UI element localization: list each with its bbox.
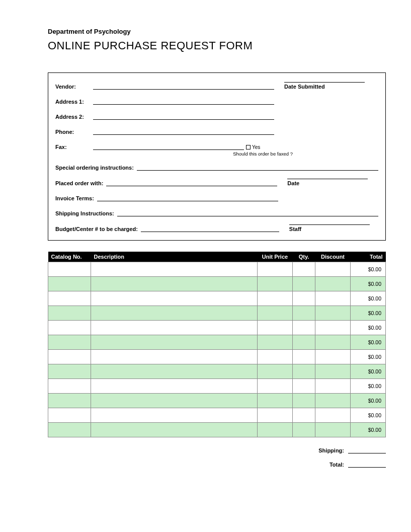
th-discount: Discount — [315, 252, 351, 262]
cell-total: $0.00 — [351, 394, 386, 408]
cell-unit_price[interactable] — [258, 364, 293, 379]
table-row: $0.00 — [48, 394, 386, 408]
cell-qty[interactable] — [293, 423, 315, 437]
placed-order-input[interactable] — [106, 179, 277, 186]
cell-description[interactable] — [91, 423, 258, 437]
cell-catalog[interactable] — [48, 306, 91, 321]
cell-unit_price[interactable] — [258, 379, 293, 394]
cell-description[interactable] — [91, 394, 258, 408]
cell-description[interactable] — [91, 277, 258, 291]
cell-catalog[interactable] — [48, 379, 91, 394]
cell-discount[interactable] — [315, 364, 351, 379]
cell-catalog[interactable] — [48, 321, 91, 335]
cell-unit_price[interactable] — [258, 423, 293, 437]
cell-description[interactable] — [91, 262, 258, 277]
cell-catalog[interactable] — [48, 262, 91, 277]
fax-hint: Should this order be faxed ? — [55, 151, 293, 157]
cell-description[interactable] — [91, 379, 258, 394]
checkbox-icon[interactable] — [246, 145, 251, 149]
cell-qty[interactable] — [293, 379, 315, 394]
address2-input[interactable] — [93, 113, 274, 120]
vendor-label: Vendor: — [55, 84, 93, 90]
cell-discount[interactable] — [315, 423, 351, 437]
fax-label: Fax: — [55, 144, 93, 150]
cell-unit_price[interactable] — [258, 394, 293, 408]
shipping-instructions-input[interactable] — [117, 209, 378, 216]
cell-total: $0.00 — [351, 364, 386, 379]
cell-total: $0.00 — [351, 262, 386, 277]
cell-catalog[interactable] — [48, 408, 91, 423]
cell-qty[interactable] — [293, 262, 315, 277]
cell-total: $0.00 — [351, 408, 386, 423]
cell-catalog[interactable] — [48, 364, 91, 379]
department-heading: Department of Psychology — [48, 28, 386, 35]
cell-qty[interactable] — [293, 350, 315, 364]
fax-input[interactable] — [93, 143, 244, 150]
cell-qty[interactable] — [293, 408, 315, 423]
phone-input[interactable] — [93, 128, 274, 135]
shipping-instructions-label: Shipping Instructions: — [55, 210, 117, 216]
cell-unit_price[interactable] — [258, 262, 293, 277]
cell-qty[interactable] — [293, 321, 315, 335]
table-row: $0.00 — [48, 350, 386, 364]
cell-unit_price[interactable] — [258, 306, 293, 321]
cell-total: $0.00 — [351, 335, 386, 350]
cell-catalog[interactable] — [48, 350, 91, 364]
cell-qty[interactable] — [293, 291, 315, 306]
shipping-value[interactable] — [348, 446, 386, 453]
cell-description[interactable] — [91, 350, 258, 364]
cell-qty[interactable] — [293, 364, 315, 379]
cell-qty[interactable] — [293, 335, 315, 350]
cell-discount[interactable] — [315, 379, 351, 394]
cell-catalog[interactable] — [48, 394, 91, 408]
table-row: $0.00 — [48, 379, 386, 394]
invoice-terms-label: Invoice Terms: — [55, 195, 97, 201]
cell-unit_price[interactable] — [258, 277, 293, 291]
cell-discount[interactable] — [315, 408, 351, 423]
cell-discount[interactable] — [315, 350, 351, 364]
cell-unit_price[interactable] — [258, 335, 293, 350]
cell-unit_price[interactable] — [258, 350, 293, 364]
table-row: $0.00 — [48, 277, 386, 291]
total-value[interactable] — [348, 461, 386, 468]
cell-unit_price[interactable] — [258, 291, 293, 306]
cell-total: $0.00 — [351, 306, 386, 321]
budget-input[interactable] — [141, 225, 279, 232]
cell-total: $0.00 — [351, 277, 386, 291]
table-row: $0.00 — [48, 262, 386, 277]
cell-discount[interactable] — [315, 291, 351, 306]
cell-catalog[interactable] — [48, 277, 91, 291]
cell-discount[interactable] — [315, 306, 351, 321]
date-submitted-label: Date Submitted — [284, 82, 365, 90]
cell-description[interactable] — [91, 321, 258, 335]
vendor-input[interactable] — [93, 83, 274, 90]
phone-label: Phone: — [55, 129, 93, 135]
address1-input[interactable] — [93, 98, 274, 105]
cell-discount[interactable] — [315, 277, 351, 291]
cell-unit_price[interactable] — [258, 408, 293, 423]
cell-unit_price[interactable] — [258, 321, 293, 335]
cell-description[interactable] — [91, 291, 258, 306]
staff-label: Staff — [289, 224, 370, 232]
cell-description[interactable] — [91, 408, 258, 423]
cell-description[interactable] — [91, 335, 258, 350]
cell-catalog[interactable] — [48, 335, 91, 350]
cell-description[interactable] — [91, 306, 258, 321]
placed-order-label: Placed order with: — [55, 180, 106, 186]
special-instructions-input[interactable] — [137, 164, 378, 171]
cell-qty[interactable] — [293, 306, 315, 321]
cell-discount[interactable] — [315, 262, 351, 277]
cell-catalog[interactable] — [48, 423, 91, 437]
table-row: $0.00 — [48, 306, 386, 321]
fax-yes-option[interactable]: Yes — [246, 144, 260, 150]
cell-catalog[interactable] — [48, 291, 91, 306]
address2-label: Address 2: — [55, 114, 93, 120]
invoice-terms-input[interactable] — [97, 194, 278, 201]
cell-discount[interactable] — [315, 335, 351, 350]
cell-discount[interactable] — [315, 321, 351, 335]
cell-discount[interactable] — [315, 394, 351, 408]
cell-qty[interactable] — [293, 394, 315, 408]
th-qty: Qty. — [293, 252, 315, 262]
cell-description[interactable] — [91, 364, 258, 379]
cell-qty[interactable] — [293, 277, 315, 291]
